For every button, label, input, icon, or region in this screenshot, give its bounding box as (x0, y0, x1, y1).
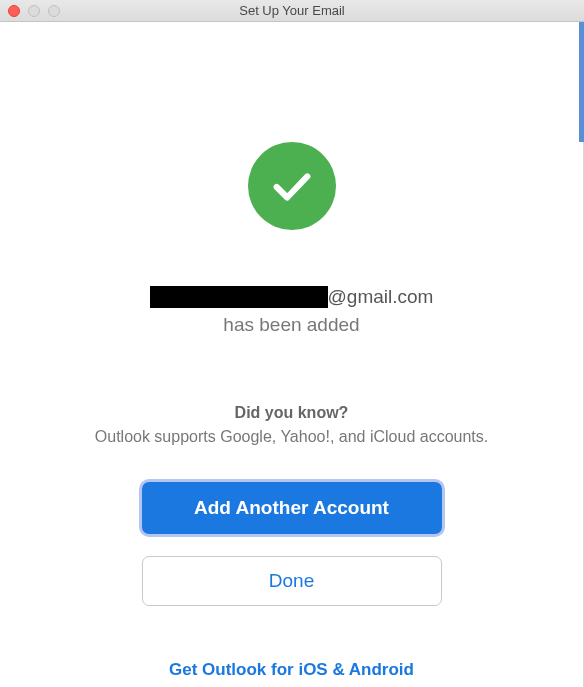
tip-heading: Did you know? (235, 404, 349, 422)
checkmark-icon (269, 163, 315, 209)
email-suffix: @gmail.com (328, 286, 434, 308)
window-title: Set Up Your Email (0, 3, 584, 18)
window-controls (0, 5, 60, 17)
close-window-button[interactable] (8, 5, 20, 17)
setup-email-window: Set Up Your Email @gmail.com has been ad… (0, 0, 584, 687)
email-added-line: @gmail.com (150, 286, 434, 308)
added-confirmation-text: has been added (223, 314, 359, 336)
tip-body: Outlook supports Google, Yahoo!, and iCl… (95, 428, 488, 446)
zoom-window-button[interactable] (48, 5, 60, 17)
titlebar: Set Up Your Email (0, 0, 584, 22)
content-area: @gmail.com has been added Did you know? … (0, 22, 584, 687)
done-button[interactable]: Done (142, 556, 442, 606)
minimize-window-button[interactable] (28, 5, 40, 17)
success-icon (248, 142, 336, 230)
email-redacted-block (150, 286, 328, 308)
get-outlook-mobile-link[interactable]: Get Outlook for iOS & Android (169, 660, 414, 680)
add-another-account-button[interactable]: Add Another Account (142, 482, 442, 534)
right-edge-accent (579, 22, 584, 142)
